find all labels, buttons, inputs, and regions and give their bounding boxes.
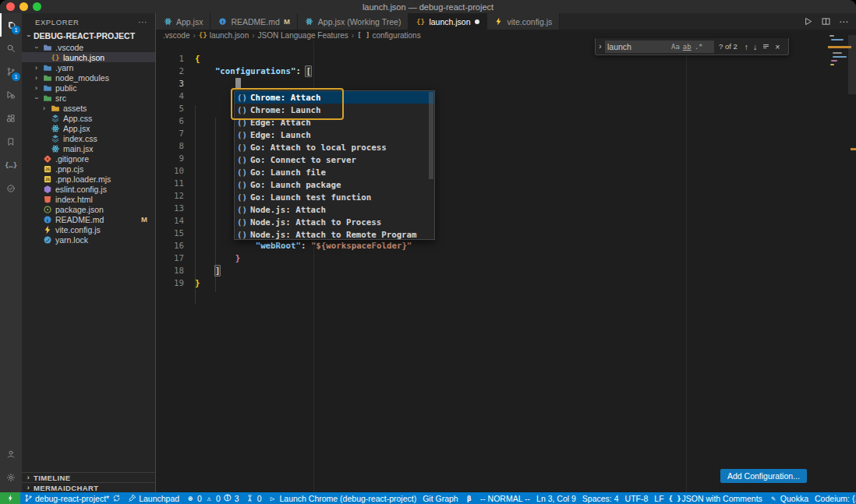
- status-debug-launch[interactable]: ▷Launch Chrome (debug-react-project): [264, 492, 419, 504]
- run-file-icon[interactable]: [803, 16, 813, 26]
- suggest-item-node-js-attach-to-process[interactable]: ()Node.js: Attach to Process: [235, 216, 434, 228]
- tree-item--yarn[interactable]: ›.yarn: [22, 62, 155, 72]
- suggest-scrollbar[interactable]: [429, 92, 433, 179]
- suggest-item-go-launch-file[interactable]: ()Go: Launch file: [235, 166, 434, 178]
- tab-vite-config-js[interactable]: vite.config.js: [487, 13, 561, 30]
- activity-item-extensions[interactable]: [0, 107, 22, 130]
- activity-item-accounts[interactable]: [0, 442, 22, 466]
- tree-item-public[interactable]: ›public: [22, 83, 155, 93]
- line-number[interactable]: 10: [156, 165, 184, 178]
- whole-word-toggle[interactable]: ab: [683, 43, 692, 51]
- status-codeium[interactable]: Codeium: {...}: [812, 492, 856, 504]
- tree-item-node-modules[interactable]: ›node_modules: [22, 72, 155, 83]
- status-indentation[interactable]: Spaces: 4: [579, 492, 622, 504]
- explorer-more-actions-icon[interactable]: ···: [138, 18, 147, 26]
- activity-item-run-debug[interactable]: [0, 83, 22, 107]
- activity-item-quokka[interactable]: [0, 177, 22, 200]
- find-in-selection-button[interactable]: [762, 42, 770, 51]
- tree-item-eslint-config-js[interactable]: eslint.config.js: [22, 184, 155, 194]
- status-git-branch[interactable]: debug-react-project*: [20, 492, 124, 504]
- tree-item-yarn-lock[interactable]: yarn.lock: [22, 234, 155, 245]
- find-previous-button[interactable]: ↑: [745, 42, 748, 51]
- line-number[interactable]: 2: [156, 65, 184, 78]
- tree-item-index-css[interactable]: index.css: [22, 133, 155, 143]
- more-actions-icon[interactable]: ⋯: [839, 17, 848, 26]
- line-number[interactable]: 1: [156, 53, 184, 65]
- line-number[interactable]: 6: [156, 115, 184, 128]
- line-number[interactable]: 3: [156, 78, 184, 90]
- suggest-item-go-launch-test-function[interactable]: ()Go: Launch test function: [235, 191, 434, 203]
- close-window-button[interactable]: [6, 2, 15, 11]
- split-editor-icon[interactable]: [821, 16, 831, 26]
- status-encoding[interactable]: UTF-8: [622, 492, 652, 504]
- tree-item-app-jsx[interactable]: App.jsx: [22, 123, 155, 133]
- line-number[interactable]: 11: [156, 178, 184, 190]
- line-number[interactable]: 4: [156, 90, 184, 103]
- activity-item-source-control[interactable]: 1: [0, 60, 22, 83]
- tree-item-assets[interactable]: ›assets: [22, 103, 155, 113]
- minimap-slider[interactable]: [848, 35, 856, 94]
- tree-item-readme-md[interactable]: iREADME.mdM: [22, 214, 155, 224]
- code-line-16[interactable]: 16 "webRoot": "${workspaceFolder}": [156, 240, 856, 252]
- status-cursor-position[interactable]: Ln 3, Col 9: [533, 492, 579, 504]
- activity-item-bookmarks[interactable]: [0, 130, 22, 153]
- tree-item--pnp-loader-mjs[interactable]: JS.pnp.loader.mjs: [22, 174, 155, 184]
- sidebar-section-mermaidchart[interactable]: ›MERMAIDCHART: [22, 482, 155, 492]
- status-language-mode[interactable]: { }JSON with Comments: [667, 492, 766, 504]
- activity-item-search[interactable]: [0, 37, 22, 60]
- code-line-18[interactable]: 18 ]: [156, 265, 856, 277]
- line-number[interactable]: 7: [156, 128, 184, 140]
- tab-readme-md[interactable]: iREADME.mdM: [210, 13, 297, 30]
- tree-item-index-html[interactable]: index.html: [22, 194, 155, 204]
- status-launchpad[interactable]: Launchpad: [124, 492, 182, 504]
- code-line-2[interactable]: 2 "configurations": [: [156, 65, 856, 78]
- suggest-item-go-attach-to-local-process[interactable]: ()Go: Attach to local process: [235, 141, 434, 153]
- tree-item-app-css[interactable]: App.css: [22, 113, 155, 123]
- tree-item-package-json[interactable]: package.json: [22, 204, 155, 214]
- breadcrumb-item--vscode[interactable]: .vscode: [163, 31, 189, 40]
- code-line-17[interactable]: 17 }: [156, 252, 856, 265]
- status-remote-indicator[interactable]: [0, 492, 20, 504]
- sidebar-section-timeline[interactable]: ›TIMELINE: [22, 472, 155, 482]
- activity-item-explorer[interactable]: 1: [0, 13, 22, 37]
- activity-item-snippets[interactable]: {…}: [0, 153, 22, 177]
- suggest-item-go-launch-package[interactable]: ()Go: Launch package: [235, 178, 434, 191]
- suggest-item-node-js-attach[interactable]: ()Node.js: Attach: [235, 203, 434, 216]
- line-number[interactable]: 19: [156, 277, 184, 290]
- minimize-window-button[interactable]: [19, 2, 28, 11]
- find-close-button[interactable]: ×: [775, 42, 780, 51]
- suggest-item-go-connect-to-server[interactable]: ()Go: Connect to server: [235, 153, 434, 166]
- minimap[interactable]: [828, 32, 856, 484]
- tree-item-src[interactable]: ›src: [22, 93, 155, 103]
- status-quokka[interactable]: ✎Quokka: [766, 492, 812, 504]
- find-next-button[interactable]: ↓: [753, 42, 757, 51]
- status-extension-glyph[interactable]: β: [462, 492, 477, 504]
- suggest-item-edge-launch[interactable]: ()Edge: Launch: [235, 129, 434, 141]
- tree-item-project-root[interactable]: › DEBUG-REACT-PROJECT: [22, 30, 155, 41]
- line-number[interactable]: 13: [156, 203, 184, 215]
- line-number[interactable]: 14: [156, 215, 184, 227]
- status-problems[interactable]: ⊗0⚠0ⓘ3: [182, 492, 242, 504]
- line-number[interactable]: 9: [156, 153, 184, 165]
- line-number[interactable]: 5: [156, 103, 184, 115]
- maximize-window-button[interactable]: [33, 2, 41, 11]
- tree-item-vite-config-js[interactable]: vite.config.js: [22, 224, 155, 234]
- tree-item--vscode[interactable]: ›.vscode: [22, 42, 155, 52]
- activity-item-settings[interactable]: [0, 466, 22, 489]
- match-case-toggle[interactable]: Aa: [671, 43, 680, 51]
- breadcrumb-item-launch-json[interactable]: {}launch.json: [199, 31, 249, 40]
- line-number[interactable]: 8: [156, 140, 184, 153]
- code-line-19[interactable]: 19}: [156, 277, 856, 290]
- tab-app-jsx-working-tree-[interactable]: App.jsx (Working Tree): [298, 13, 409, 30]
- line-number[interactable]: 16: [156, 240, 184, 252]
- status-vim-mode[interactable]: -- NORMAL --: [477, 492, 533, 504]
- line-number[interactable]: 15: [156, 227, 184, 240]
- unsaved-dot-icon[interactable]: [475, 19, 479, 24]
- find-expand-chevron-icon[interactable]: ›: [596, 42, 605, 51]
- status-eol[interactable]: LF: [651, 492, 667, 504]
- suggest-item-node-js-attach-to-remote-program[interactable]: ()Node.js: Attach to Remote Program: [235, 228, 434, 241]
- status-git-graph[interactable]: Git Graph: [419, 492, 462, 504]
- line-number[interactable]: 18: [156, 265, 184, 277]
- line-number[interactable]: 12: [156, 190, 184, 203]
- breadcrumb-item-json-language-features[interactable]: JSON Language Features: [258, 31, 348, 40]
